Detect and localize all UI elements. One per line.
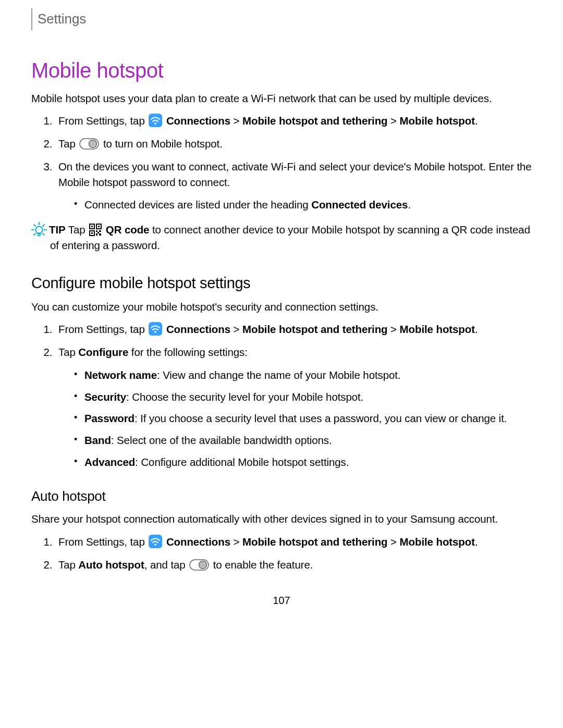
auto-step-2: Tap Auto hotspot, and tap to enable the … (55, 557, 532, 573)
opt-band: Band: Select one of the available bandwi… (74, 433, 532, 448)
bold-mht: Mobile hotspot and tethering (242, 536, 388, 548)
bold-connections: Connections (166, 323, 230, 335)
auto-hotspot-heading: Auto hotspot (31, 487, 532, 507)
step-2: Tap to turn on Mobile hotspot. (55, 136, 532, 152)
text: From Settings, tap (58, 115, 148, 127)
bold-mht: Mobile hotspot and tethering (242, 323, 388, 335)
text: From Settings, tap (58, 536, 148, 548)
separator: > (388, 536, 400, 548)
auto-step-1: From Settings, tap Connections > Mobile … (55, 534, 532, 550)
opt-label: Advanced (84, 456, 135, 468)
separator: > (230, 115, 242, 127)
bold-connected-devices: Connected devices (311, 199, 408, 211)
text: . (475, 323, 478, 335)
intro-paragraph: Mobile hotspot uses your data plan to cr… (31, 91, 532, 106)
bold-auto-hotspot: Auto hotspot (78, 559, 144, 571)
text: On the devices you want to connect, acti… (58, 161, 532, 188)
configure-heading: Configure mobile hotspot settings (31, 272, 532, 294)
bold-configure: Configure (78, 346, 128, 358)
opt-label: Security (84, 391, 126, 403)
opt-password: Password: If you choose a security level… (74, 411, 532, 426)
bold-connections: Connections (166, 536, 230, 548)
tip-lightbulb-icon (31, 222, 47, 238)
separator: > (388, 323, 400, 335)
text: , and tap (144, 559, 188, 571)
auto-hotspot-steps: From Settings, tap Connections > Mobile … (55, 534, 532, 572)
opt-text: : Select one of the available bandwidth … (111, 434, 332, 446)
text: to turn on Mobile hotspot. (100, 138, 222, 150)
text: Tap (58, 346, 78, 358)
opt-label: Password (84, 412, 134, 424)
separator: > (230, 536, 242, 548)
opt-text: : View and change the name of your Mobil… (157, 369, 401, 381)
opt-text: : Choose the security level for your Mob… (126, 391, 363, 403)
separator: > (230, 323, 242, 335)
main-steps: From Settings, tap Connections > Mobile … (55, 113, 532, 213)
connections-icon (149, 114, 162, 127)
separator: > (388, 115, 400, 127)
tip-callout: TIP Tap QR code to connect another devic… (31, 222, 532, 253)
text: to enable the feature. (210, 559, 313, 571)
tip-label: TIP (49, 224, 66, 236)
bold-mobile-hotspot: Mobile hotspot (400, 323, 475, 335)
opt-label: Band (84, 434, 111, 446)
bold-mobile-hotspot: Mobile hotspot (400, 536, 475, 548)
opt-text: : If you choose a security level that us… (134, 412, 507, 424)
qr-code-icon (89, 224, 102, 236)
auto-hotspot-intro: Share your hotspot connection automatica… (31, 511, 532, 527)
opt-network-name: Network name: View and change the name o… (74, 367, 532, 383)
opt-advanced: Advanced: Configure additional Mobile ho… (74, 454, 532, 470)
connections-icon (149, 322, 162, 336)
opt-security: Security: Choose the security level for … (74, 389, 532, 405)
page-title: Mobile hotspot (31, 55, 532, 85)
text: for the following settings: (128, 346, 248, 358)
step-3-sublist: Connected devices are listed under the h… (74, 197, 532, 213)
text: From Settings, tap (58, 323, 148, 335)
sub-bullet: Connected devices are listed under the h… (74, 197, 532, 213)
toggle-icon (79, 138, 99, 150)
text: Tap (66, 224, 89, 236)
text: Tap (58, 138, 78, 150)
configure-step-2: Tap Configure for the following settings… (55, 344, 532, 470)
opt-text: : Configure additional Mobile hotspot se… (135, 456, 349, 468)
bold-connections: Connections (166, 115, 230, 127)
configure-step-1: From Settings, tap Connections > Mobile … (55, 322, 532, 337)
configure-options: Network name: View and change the name o… (74, 367, 532, 470)
toggle-icon (189, 559, 209, 571)
text: . (408, 199, 411, 211)
bold-qr-code: QR code (106, 224, 150, 236)
bold-mht: Mobile hotspot and tethering (242, 115, 388, 127)
page-number: 107 (31, 593, 532, 608)
configure-intro: You can customize your mobile hotspot's … (31, 299, 532, 315)
text: Connected devices are listed under the h… (84, 199, 311, 211)
text: . (475, 115, 478, 127)
breadcrumb: Settings (31, 8, 532, 30)
text: . (475, 536, 478, 548)
step-3: On the devices you want to connect, acti… (55, 159, 532, 213)
bold-mobile-hotspot: Mobile hotspot (400, 115, 475, 127)
step-1: From Settings, tap Connections > Mobile … (55, 113, 532, 129)
connections-icon (149, 535, 162, 548)
configure-steps: From Settings, tap Connections > Mobile … (55, 322, 532, 470)
opt-label: Network name (84, 369, 157, 381)
text: Tap (58, 559, 78, 571)
